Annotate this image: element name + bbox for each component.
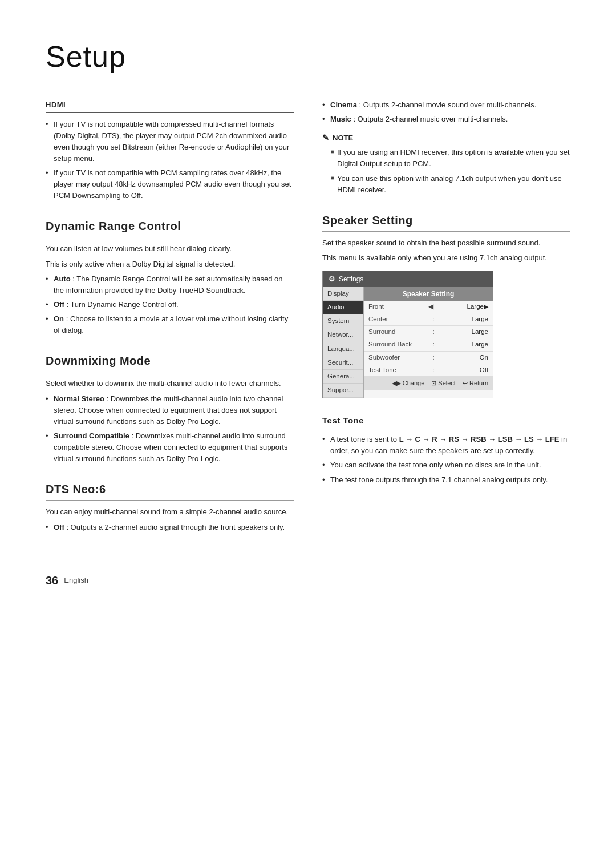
dts-neo-bullets: Off : Outputs a 2-channel audio signal t… <box>46 522 294 533</box>
note-list: If you are using an HDMI receiver, this … <box>322 147 570 196</box>
settings-row-front: Front ◀ Large ▶ <box>364 301 493 313</box>
footer-return: ↩ Return <box>463 378 488 388</box>
arrow-right-icon: ▶ <box>484 302 488 312</box>
speaker-setting-para-1: Set the speaker sound to obtain the best… <box>322 237 570 249</box>
list-item: Cinema : Outputs 2-channel movie sound o… <box>322 99 570 111</box>
downmixing-para: Select whether to downmix the multi-chan… <box>46 378 294 389</box>
nav-item-audio[interactable]: Audio <box>323 301 363 314</box>
page-title: Setup <box>46 34 570 79</box>
settings-row-center: Center : Large <box>364 313 493 326</box>
speaker-setting-section: Speaker Setting Set the speaker sound to… <box>322 212 570 398</box>
dynamic-range-heading: Dynamic Range Control <box>46 217 294 237</box>
nav-item-general[interactable]: Genera... <box>323 370 363 384</box>
hdmi-right-bullets: Cinema : Outputs 2-channel movie sound o… <box>322 99 570 125</box>
settings-content: Speaker Setting Front ◀ Large ▶ Center :… <box>364 287 493 398</box>
row-val: Large <box>437 314 488 324</box>
settings-row-test-tone: Test Tone : Off <box>364 364 493 377</box>
settings-panel-title: ⚙ Settings <box>323 271 493 287</box>
nav-item-security[interactable]: Securit... <box>323 356 363 370</box>
speaker-setting-heading: Speaker Setting <box>322 212 570 232</box>
dynamic-range-section: Dynamic Range Control You can listen at … <box>46 217 294 336</box>
downmixing-heading: Downmixing Mode <box>46 352 294 372</box>
nav-item-language[interactable]: Langua... <box>323 342 363 356</box>
settings-panel: ⚙ Settings Display Audio System Networ..… <box>322 271 493 398</box>
list-item: Auto : The Dynamic Range Control will be… <box>46 273 294 296</box>
hdmi-right-section: Cinema : Outputs 2-channel movie sound o… <box>322 99 570 196</box>
settings-content-title: Speaker Setting <box>364 287 493 301</box>
downmixing-bullets: Normal Stereo : Downmixes the multi-chan… <box>46 393 294 465</box>
list-item: If your TV is not compatible with PCM sa… <box>46 167 294 201</box>
row-val: Off <box>437 365 488 375</box>
list-item: Music : Outputs 2-channel music over mul… <box>322 114 570 125</box>
row-key: Surround Back <box>368 340 430 349</box>
list-item: You can use this option with analog 7.1c… <box>329 173 570 196</box>
note-box: NOTE If you are using an HDMI receiver, … <box>322 132 570 196</box>
page-number: 36 <box>46 572 58 589</box>
settings-nav: Display Audio System Networ... Langua...… <box>323 287 364 398</box>
test-tone-bullets: A test tone is sent to L → C → R → RS → … <box>322 434 570 486</box>
hdmi-section: HDMI If your TV is not compatible with c… <box>46 99 294 201</box>
row-val: On <box>437 353 488 362</box>
speaker-setting-para-2: This menu is available only when you are… <box>322 252 570 264</box>
dynamic-range-para-2: This is only active when a Dolby Digital… <box>46 259 294 270</box>
gear-icon: ⚙ <box>329 273 335 285</box>
row-key: Front <box>368 302 426 312</box>
dts-neo-para: You can enjoy multi-channel sound from a… <box>46 506 294 518</box>
nav-item-network[interactable]: Networ... <box>323 328 363 342</box>
settings-row-surround-back: Surround Back : Large <box>364 338 493 351</box>
row-key: Center <box>368 314 430 324</box>
hdmi-bullets: If your TV is not compatible with compre… <box>46 119 294 202</box>
hdmi-heading: HDMI <box>46 99 294 113</box>
row-key: Surround <box>368 327 430 337</box>
dynamic-range-para-1: You can listen at low volumes but still … <box>46 243 294 255</box>
list-item: A test tone is sent to L → C → R → RS → … <box>322 434 570 457</box>
nav-item-display[interactable]: Display <box>323 287 363 301</box>
page-language: English <box>64 575 88 586</box>
list-item: You can activate the test tone only when… <box>322 459 570 471</box>
list-item: Normal Stereo : Downmixes the multi-chan… <box>46 393 294 427</box>
downmixing-section: Downmixing Mode Select whether to downmi… <box>46 352 294 465</box>
row-val: Large <box>437 340 488 349</box>
dynamic-range-bullets: Auto : The Dynamic Range Control will be… <box>46 273 294 337</box>
list-item: If your TV is not compatible with compre… <box>46 119 294 165</box>
test-tone-heading: Test Tone <box>322 414 570 430</box>
row-key: Test Tone <box>368 365 430 375</box>
footer-select: ⊡ Select <box>431 378 456 388</box>
settings-footer: ◀▶ Change ⊡ Select ↩ Return <box>364 377 493 390</box>
footer-change: ◀▶ Change <box>392 378 425 388</box>
nav-item-system[interactable]: System <box>323 314 363 328</box>
row-val: Large <box>436 302 484 312</box>
list-item: Off : Outputs a 2-channel audio signal t… <box>46 522 294 533</box>
settings-row-subwoofer: Subwoofer : On <box>364 352 493 364</box>
note-heading: NOTE <box>322 132 570 144</box>
list-item: If you are using an HDMI receiver, this … <box>329 147 570 170</box>
list-item: The test tone outputs through the 7.1 ch… <box>322 474 570 486</box>
test-tone-section: Test Tone A test tone is sent to L → C →… <box>322 414 570 486</box>
settings-panel-label: Settings <box>339 274 363 284</box>
list-item: On : Choose to listen to a movie at a lo… <box>46 313 294 336</box>
dts-neo-heading: DTS Neo:6 <box>46 481 294 501</box>
row-val: Large <box>437 327 488 337</box>
list-item: Surround Compatible : Downmixes multi-ch… <box>46 430 294 465</box>
settings-row-surround: Surround : Large <box>364 326 493 338</box>
footer-bar: 36 English <box>46 549 570 589</box>
list-item: Off : Turn Dynamic Range Control off. <box>46 299 294 310</box>
nav-item-support[interactable]: Suppor... <box>323 384 363 397</box>
row-key: Subwoofer <box>368 353 430 362</box>
dts-neo-section: DTS Neo:6 You can enjoy multi-channel so… <box>46 481 294 533</box>
